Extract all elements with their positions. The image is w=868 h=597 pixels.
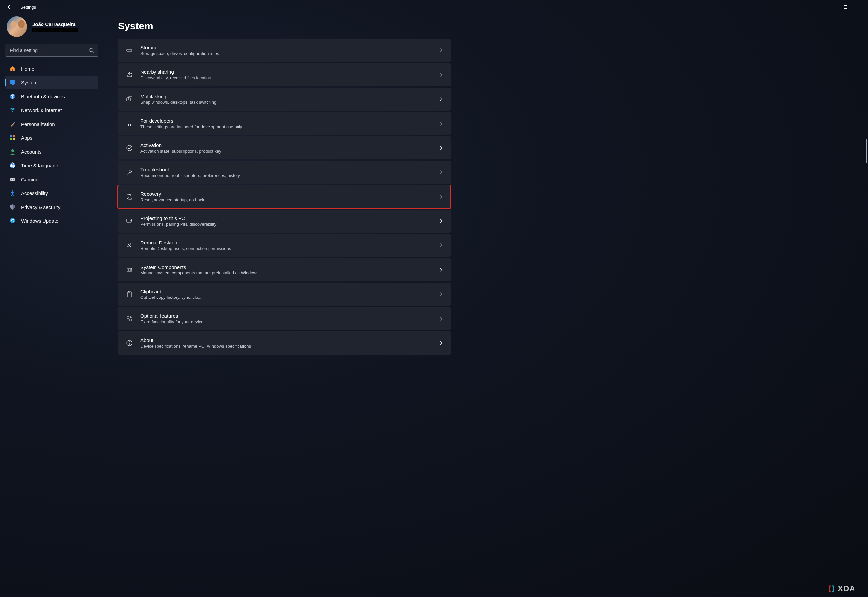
svg-rect-32 (127, 319, 129, 321)
card-nearby-sharing[interactable]: Nearby sharing Discoverability, received… (118, 63, 451, 86)
troubleshoot-icon (123, 169, 136, 176)
nav-item-label: System (21, 80, 37, 85)
card-title: System Components (140, 264, 258, 270)
chevron-right-icon (439, 219, 444, 223)
nav-item-privacy-security[interactable]: Privacy & security (5, 200, 98, 214)
svg-rect-10 (13, 138, 15, 140)
card-subtitle: Remote Desktop users, connection permiss… (140, 246, 231, 251)
svg-rect-29 (128, 292, 131, 297)
card-subtitle: Manage system components that are preins… (140, 270, 258, 275)
nav-item-personalization[interactable]: Personalization (5, 117, 98, 131)
multitask-icon (123, 95, 136, 103)
card-for-developers[interactable]: For developers These settings are intend… (118, 112, 451, 135)
nav-item-label: Gaming (21, 177, 39, 182)
chevron-right-icon (439, 97, 444, 101)
account-icon (9, 148, 16, 155)
storage-icon (123, 47, 136, 54)
card-storage[interactable]: Storage Storage space, drives, configura… (118, 39, 451, 62)
svg-point-35 (129, 342, 130, 342)
card-about[interactable]: About Device specifications, rename PC, … (118, 331, 451, 355)
card-subtitle: Activation state, subscriptions, product… (140, 149, 221, 153)
nav-item-label: Windows Update (21, 218, 58, 224)
svg-point-6 (12, 111, 13, 112)
card-subtitle: Discoverability, received files location (140, 76, 211, 80)
nav-item-label: Privacy & security (21, 204, 60, 210)
svg-rect-26 (127, 219, 131, 223)
chevron-right-icon (439, 73, 444, 77)
svg-point-1 (90, 48, 93, 52)
scrollbar-thumb[interactable] (867, 139, 867, 163)
card-title: Recovery (140, 191, 204, 197)
card-title: Projecting to this PC (140, 215, 217, 221)
card-troubleshoot[interactable]: Troubleshoot Recommended troubleshooters… (118, 161, 451, 184)
apps-icon (9, 134, 16, 141)
nav-item-time-language[interactable]: Time & language (5, 159, 98, 172)
home-icon (9, 65, 16, 72)
nav-item-network-internet[interactable]: Network & internet (5, 104, 98, 117)
svg-rect-31 (127, 316, 129, 318)
project-icon (123, 217, 136, 225)
card-title: About (140, 337, 251, 343)
card-title: Clipboard (140, 289, 202, 294)
svg-rect-0 (844, 6, 847, 9)
cards-list: Storage Storage space, drives, configura… (118, 39, 451, 355)
card-subtitle: Permissions, pairing PIN, discoverabilit… (140, 222, 217, 227)
card-projecting-to-this-pc[interactable]: Projecting to this PC Permissions, pairi… (118, 209, 451, 233)
card-remote-desktop[interactable]: Remote Desktop Remote Desktop users, con… (118, 234, 451, 257)
close-button[interactable] (853, 1, 868, 13)
card-title: Multitasking (140, 94, 217, 99)
nav-item-label: Time & language (21, 163, 58, 168)
svg-point-11 (11, 149, 14, 152)
card-recovery[interactable]: Recovery Reset, advanced startup, go bac… (118, 185, 451, 208)
card-subtitle: Extra functionality for your device (140, 319, 203, 324)
back-button[interactable] (6, 4, 12, 10)
card-title: Remote Desktop (140, 240, 231, 245)
update-icon (9, 217, 16, 224)
window-title: Settings (21, 4, 36, 10)
card-title: Troubleshoot (140, 167, 240, 172)
card-optional-features[interactable]: Optional features Extra functionality fo… (118, 307, 451, 330)
chevron-right-icon (439, 341, 444, 345)
wifi-icon (9, 107, 16, 113)
svg-rect-7 (10, 135, 12, 137)
nav-item-windows-update[interactable]: Windows Update (5, 214, 98, 227)
svg-rect-3 (10, 80, 15, 84)
card-activation[interactable]: Activation Activation state, subscriptio… (118, 137, 451, 159)
nav-item-home[interactable]: Home (5, 62, 98, 75)
profile-email-redacted (32, 28, 79, 32)
search-input[interactable] (5, 44, 98, 56)
nav-item-label: Apps (21, 135, 32, 141)
nav-item-apps[interactable]: Apps (5, 131, 98, 144)
clipboard-icon (123, 291, 136, 298)
card-clipboard[interactable]: Clipboard Cut and copy history, sync, cl… (118, 283, 451, 306)
svg-rect-23 (128, 121, 129, 124)
nav-item-label: Network & internet (21, 107, 62, 113)
chevron-right-icon (439, 316, 444, 321)
card-subtitle: Snap windows, desktops, task switching (140, 100, 217, 105)
maximize-button[interactable] (838, 1, 853, 13)
nav-item-label: Personalization (21, 121, 55, 127)
accessibility-icon (9, 190, 16, 196)
nav-item-gaming[interactable]: Gaming (5, 173, 98, 186)
svg-point-15 (11, 179, 12, 180)
minimize-button[interactable] (822, 1, 838, 13)
nav-item-accessibility[interactable]: Accessibility (5, 187, 98, 200)
nav-item-system[interactable]: System (5, 76, 98, 89)
svg-rect-8 (13, 135, 15, 137)
gaming-icon (9, 176, 16, 183)
sidebar: João Carrasqueira HomeSystemBluetooth & … (0, 14, 104, 597)
chevron-right-icon (439, 48, 444, 53)
share-icon (123, 71, 136, 79)
card-multitasking[interactable]: Multitasking Snap windows, desktops, tas… (118, 88, 451, 111)
card-subtitle: Device specifications, rename PC, Window… (140, 344, 251, 349)
nav-item-accounts[interactable]: Accounts (5, 145, 98, 158)
svg-point-16 (13, 179, 14, 180)
nav-item-label: Home (21, 66, 34, 71)
profile-block[interactable]: João Carrasqueira (5, 16, 98, 43)
search-box[interactable] (5, 44, 98, 56)
brush-icon (9, 120, 16, 127)
nav-item-bluetooth-devices[interactable]: Bluetooth & devices (5, 90, 98, 103)
card-system-components[interactable]: System Components Manage system componen… (118, 258, 451, 281)
developer-icon (123, 120, 136, 127)
optional-icon (123, 315, 136, 322)
